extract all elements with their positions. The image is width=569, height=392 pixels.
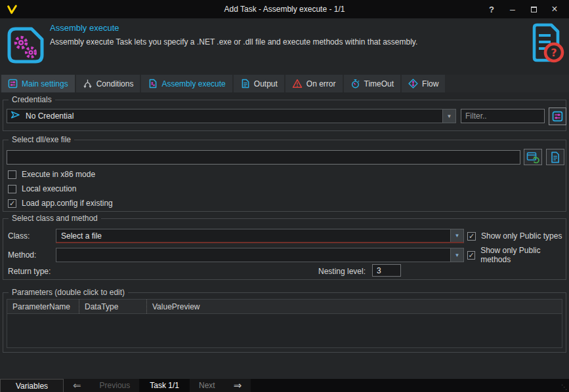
class-method-group: Select class and method Class: Select a … <box>3 218 566 280</box>
tab-label: Main settings <box>22 79 68 88</box>
parameters-table-header: ParameterName DataType ValuePreview <box>7 300 562 314</box>
tab-main-settings[interactable]: Main settings <box>1 75 75 92</box>
tab-label: On error <box>306 79 336 88</box>
tabstrip: Main settings Conditions Assembly execut… <box>0 75 569 92</box>
credential-dropdown-arrow[interactable]: ▼ <box>442 109 455 123</box>
credential-value: No Credential <box>21 111 455 121</box>
tab-output[interactable]: Output <box>234 75 284 92</box>
nesting-level-label: Nesting level: <box>318 267 366 276</box>
column-header-parametername[interactable]: ParameterName <box>7 300 79 313</box>
warning-icon <box>292 79 303 88</box>
assembly-doc-icon <box>148 79 158 88</box>
credentials-group: Credentials No Credential ▼ <box>3 100 566 131</box>
statusbar-filler <box>251 379 569 392</box>
statusbar: Variables ⇐ Previous Task 1/1 Next ⇒ ⋱ <box>0 379 569 392</box>
method-dropdown-arrow[interactable]: ▼ <box>450 248 463 262</box>
parameters-table-body[interactable] <box>7 314 562 347</box>
maximize-icon <box>531 7 537 12</box>
close-button[interactable]: × <box>544 0 565 18</box>
column-header-valuepreview[interactable]: ValuePreview <box>147 300 562 313</box>
dll-exe-file-input[interactable] <box>7 150 520 165</box>
nesting-level-input[interactable] <box>372 264 401 277</box>
file-select-group: Select dll/exe file <box>3 140 566 212</box>
checkbox-label: Local execution <box>22 184 76 193</box>
checkbox-label: Execute in x86 mode <box>22 170 95 179</box>
checkbox-label: Show only Public methods <box>480 246 566 264</box>
tab-label: Conditions <box>96 79 134 88</box>
parameters-group: Parameters (double click to edit) Parame… <box>3 292 566 353</box>
help-button[interactable]: ? <box>481 0 502 18</box>
checkbox-execute-x86[interactable]: Execute in x86 mode <box>8 169 95 180</box>
checkbox-box: ✓ <box>8 199 16 208</box>
task-header: Assembly execute Assembly execute Task l… <box>0 18 569 75</box>
credential-flag-icon <box>10 109 21 123</box>
variables-button[interactable]: Variables <box>0 379 64 392</box>
class-dropdown[interactable]: Select a file ▼ <box>56 229 464 243</box>
next-button[interactable]: Next <box>190 379 224 392</box>
checkbox-box: ✓ <box>467 251 475 260</box>
parameters-group-label: Parameters (double click to edit) <box>9 288 128 298</box>
sliders-icon <box>8 79 18 88</box>
file-select-group-label: Select dll/exe file <box>9 135 74 145</box>
checkbox-load-appconfig[interactable]: ✓ Load app.config if existing <box>8 198 113 208</box>
file-document-button[interactable] <box>546 149 564 165</box>
sliders-icon <box>552 111 563 122</box>
checkbox-show-public-methods[interactable]: ✓ Show only Public methods <box>467 250 566 260</box>
assembly-execute-task-icon <box>5 25 46 68</box>
titlebar[interactable]: Add Task - Assembly execute - 1/1 ? – × <box>0 0 569 18</box>
document-icon <box>240 79 250 88</box>
class-label: Class: <box>8 231 30 241</box>
previous-button[interactable]: Previous <box>91 379 140 392</box>
stopwatch-icon <box>350 79 360 88</box>
task-title: Assembly execute <box>50 23 119 33</box>
tab-flow[interactable]: Flow <box>402 75 445 92</box>
column-header-datatype[interactable]: DataType <box>79 300 147 313</box>
checkbox-box <box>8 185 16 193</box>
checkbox-local-execution[interactable]: Local execution <box>8 184 76 194</box>
tab-label: Output <box>254 79 278 88</box>
minimize-button[interactable]: – <box>502 0 523 18</box>
credential-filter-input[interactable] <box>461 109 545 123</box>
add-task-window: Add Task - Assembly execute - 1/1 ? – × … <box>0 0 569 392</box>
flow-icon <box>408 79 418 88</box>
checkbox-show-public-types[interactable]: ✓ Show only Public types <box>467 231 562 241</box>
documentation-help-icon[interactable]: ? <box>526 21 564 68</box>
credential-dropdown[interactable]: No Credential ▼ <box>7 109 456 123</box>
branch-icon <box>83 79 93 88</box>
method-dropdown[interactable]: ▼ <box>56 248 464 262</box>
checkbox-box: ✓ <box>467 232 476 241</box>
window-controls: ? – × <box>481 0 565 18</box>
return-type-label: Return type: <box>8 267 51 276</box>
checkbox-box <box>8 170 16 179</box>
browse-file-button[interactable] <box>524 149 542 165</box>
task-counter: Task 1/1 <box>139 379 190 392</box>
next-arrow-icon[interactable]: ⇒ <box>224 379 251 392</box>
svg-text:?: ? <box>551 47 557 59</box>
statusbar-nav: Variables ⇐ Previous Task 1/1 Next ⇒ <box>0 379 251 392</box>
tab-assembly-execute[interactable]: Assembly execute <box>141 75 232 92</box>
tab-label: TimeOut <box>364 79 394 88</box>
folder-refresh-icon <box>526 151 539 163</box>
class-method-group-label: Select class and method <box>9 214 101 224</box>
method-label: Method: <box>8 250 36 260</box>
class-dropdown-arrow[interactable]: ▼ <box>450 229 463 242</box>
maximize-button[interactable] <box>523 0 544 18</box>
tab-conditions[interactable]: Conditions <box>76 75 140 92</box>
parameters-table[interactable]: ParameterName DataType ValuePreview <box>7 299 562 348</box>
class-value: Select a file <box>56 231 463 241</box>
resize-grip[interactable]: ⋱ <box>561 384 568 391</box>
checkbox-label: Show only Public types <box>481 231 562 241</box>
document-icon <box>550 151 560 163</box>
checkbox-label: Load app.config if existing <box>22 199 113 208</box>
manage-credentials-button[interactable] <box>549 108 566 125</box>
tab-label: Flow <box>422 79 438 88</box>
task-description: Assembly execute Task lets you specify a… <box>50 37 503 47</box>
tab-label: Assembly execute <box>161 79 225 88</box>
main-settings-panel: Credentials No Credential ▼ Select dll/e… <box>0 92 569 379</box>
previous-arrow-icon[interactable]: ⇐ <box>64 379 91 392</box>
tab-timeout[interactable]: TimeOut <box>344 75 401 92</box>
tab-on-error[interactable]: On error <box>285 75 343 92</box>
credentials-group-label: Credentials <box>9 95 55 105</box>
